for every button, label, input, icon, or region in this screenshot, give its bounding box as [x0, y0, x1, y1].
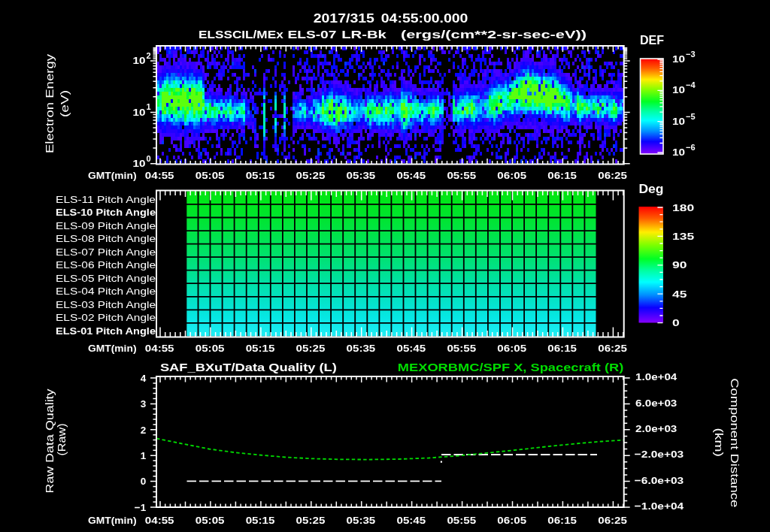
svg-text:04:55:00.000: 04:55:00.000 [381, 12, 468, 25]
svg-text:(Raw): (Raw) [55, 423, 68, 455]
svg-text:05:35: 05:35 [347, 515, 376, 526]
svg-text:SAF_BXuT/Data Quality (L): SAF_BXuT/Data Quality (L) [160, 361, 337, 373]
svg-text:06:15: 06:15 [547, 170, 577, 181]
svg-text:90: 90 [672, 259, 687, 271]
svg-text:05:25: 05:25 [296, 343, 326, 354]
svg-text:05:55: 05:55 [447, 515, 476, 526]
svg-text:Deg: Deg [639, 183, 664, 195]
svg-text:−1: −1 [135, 502, 147, 513]
svg-text:05:25: 05:25 [296, 515, 326, 526]
svg-text:06:05: 06:05 [497, 170, 526, 181]
svg-text:−6.0e+03: −6.0e+03 [635, 475, 684, 486]
svg-text:10: 10 [132, 158, 145, 169]
svg-text:ELS-03 Pitch Angle: ELS-03 Pitch Angle [56, 299, 156, 310]
svg-text:ELS-06 Pitch Angle: ELS-06 Pitch Angle [56, 259, 156, 271]
svg-text:−4: −4 [686, 80, 696, 89]
svg-text:10: 10 [672, 147, 685, 158]
svg-text:10: 10 [672, 116, 685, 127]
svg-text:3: 3 [141, 398, 147, 410]
svg-text:2: 2 [141, 425, 147, 436]
svg-text:06:25: 06:25 [598, 170, 627, 181]
svg-text:2.0e+03: 2.0e+03 [635, 423, 678, 434]
svg-text:Raw Data Quality: Raw Data Quality [43, 388, 56, 494]
svg-text:MEXORBMC/SPF X, Spacecraft (R): MEXORBMC/SPF X, Spacecraft (R) [398, 361, 624, 373]
svg-text:05:45: 05:45 [397, 515, 426, 526]
svg-text:05:05: 05:05 [196, 170, 225, 181]
svg-text:ELS-09 Pitch Angle: ELS-09 Pitch Angle [56, 220, 156, 231]
svg-text:−6: −6 [686, 143, 696, 152]
svg-text:10: 10 [672, 53, 685, 65]
svg-text:DEF: DEF [640, 34, 664, 47]
svg-text:GMT(min): GMT(min) [88, 343, 136, 354]
svg-text:2: 2 [147, 51, 151, 60]
svg-text:2017/315: 2017/315 [314, 12, 374, 25]
svg-text:(eV): (eV) [58, 90, 71, 117]
svg-text:0: 0 [672, 317, 680, 328]
svg-text:04:55: 04:55 [145, 515, 174, 526]
svg-text:(km): (km) [713, 428, 726, 457]
svg-text:ELS-05 Pitch Angle: ELS-05 Pitch Angle [56, 273, 156, 284]
svg-text:0: 0 [147, 154, 151, 163]
svg-text:ELS-11 Pitch Angle: ELS-11 Pitch Angle [56, 194, 156, 205]
svg-text:05:35: 05:35 [347, 170, 376, 181]
svg-text:6.0e+03: 6.0e+03 [635, 397, 678, 409]
svg-text:GMT(min): GMT(min) [88, 170, 136, 181]
svg-text:135: 135 [672, 231, 695, 242]
svg-text:04:55: 04:55 [145, 170, 174, 181]
svg-text:180: 180 [672, 202, 694, 213]
svg-text:06:15: 06:15 [547, 343, 577, 354]
svg-text:06:25: 06:25 [598, 515, 627, 526]
svg-text:−3: −3 [686, 50, 696, 59]
svg-text:ELS-07: ELS-07 [287, 28, 336, 41]
svg-text:1: 1 [147, 102, 151, 111]
svg-text:GMT(min): GMT(min) [88, 515, 136, 526]
svg-text:10: 10 [132, 55, 145, 66]
svg-text:10: 10 [132, 107, 145, 118]
svg-text:ELS-01 Pitch Angle: ELS-01 Pitch Angle [56, 325, 156, 337]
svg-text:05:05: 05:05 [196, 343, 225, 354]
svg-text:45: 45 [672, 289, 687, 300]
svg-text:4: 4 [141, 373, 147, 384]
svg-text:06:15: 06:15 [547, 515, 577, 526]
svg-text:10: 10 [672, 84, 685, 95]
svg-text:05:05: 05:05 [196, 515, 225, 526]
svg-text:05:15: 05:15 [246, 343, 275, 354]
svg-text:ELS-02 Pitch Angle: ELS-02 Pitch Angle [56, 312, 156, 323]
svg-text:ELS-10 Pitch Angle: ELS-10 Pitch Angle [56, 207, 156, 218]
svg-text:1.0e+04: 1.0e+04 [635, 371, 678, 382]
svg-text:05:15: 05:15 [246, 170, 275, 181]
svg-text:−1.0e+04: −1.0e+04 [635, 500, 684, 512]
svg-text:0: 0 [141, 476, 147, 487]
svg-text:ELS-04 Pitch Angle: ELS-04 Pitch Angle [56, 286, 156, 297]
svg-text:05:45: 05:45 [397, 170, 426, 181]
svg-text:05:55: 05:55 [447, 343, 476, 354]
svg-text:05:35: 05:35 [347, 343, 376, 354]
svg-text:05:25: 05:25 [296, 170, 326, 181]
svg-text:06:05: 06:05 [497, 343, 526, 354]
svg-text:05:15: 05:15 [246, 515, 275, 526]
svg-text:−2.0e+03: −2.0e+03 [635, 449, 684, 460]
svg-text:(ergs/(cm**2-sr-sec-eV)): (ergs/(cm**2-sr-sec-eV)) [401, 28, 587, 41]
svg-text:05:45: 05:45 [397, 343, 426, 354]
svg-text:Component Distance: Component Distance [729, 378, 741, 507]
svg-text:LR-Bk: LR-Bk [341, 28, 387, 41]
svg-text:06:25: 06:25 [598, 343, 627, 354]
svg-text:04:55: 04:55 [145, 343, 174, 354]
svg-text:ELS-07 Pitch Angle: ELS-07 Pitch Angle [56, 246, 156, 258]
svg-text:−5: −5 [686, 112, 696, 121]
svg-text:06:05: 06:05 [497, 515, 526, 526]
svg-text:ELS-08 Pitch Angle: ELS-08 Pitch Angle [56, 233, 156, 244]
svg-text:05:55: 05:55 [447, 170, 476, 181]
svg-text:ELSSCIL/MEx: ELSSCIL/MEx [199, 28, 283, 41]
svg-text:Electron Energy: Electron Energy [43, 53, 56, 153]
svg-text:1: 1 [141, 450, 147, 461]
